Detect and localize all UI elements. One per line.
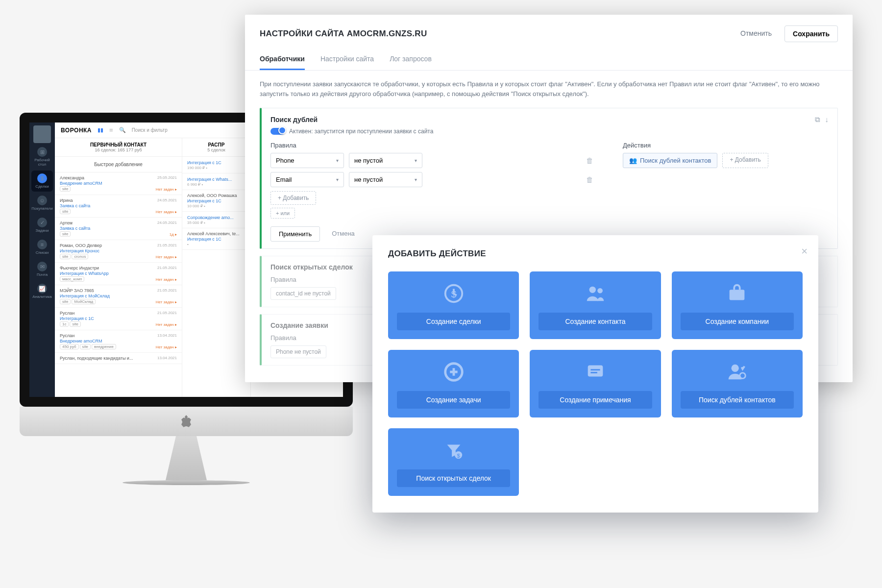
search-icon[interactable]: 🔍 [119,127,126,133]
avatar[interactable] [33,125,51,143]
rule-pill: contact_id не пустой [270,287,336,300]
tab-request-log[interactable]: Лог запросов [390,50,432,70]
svg-point-9 [732,365,739,372]
action-icon [442,361,465,383]
deal-card[interactable]: РусланВнедрение amoCRM450 рубsiteвнедрен… [55,330,182,353]
description: При поступлении заявки запускаются те об… [245,71,853,108]
deal-card[interactable]: АлександраВнедрение amoCRMsite25.05.2021… [55,172,182,195]
action-label: Создание контакта [539,313,652,330]
svg-point-2 [589,287,596,293]
close-icon[interactable]: × [801,246,808,257]
deal-card[interactable]: Руслан, подходящие кандидаты и...13.04.2… [55,353,182,364]
action-label: Поиск дублей контактов [681,391,794,409]
nav-mail[interactable]: ✉Почта [31,259,53,280]
deal-card[interactable]: Фьючерс ИндастриИнтеграция с WhatsAppмас… [55,263,182,285]
deal-card[interactable]: Интеграция с Whats...6 990 ₽ • [182,173,250,190]
svg-point-3 [597,288,603,294]
deal-card[interactable]: Алексей Алексеевич, te...Интеграция с 1С… [182,228,250,250]
apple-logo-icon [181,415,192,428]
rule-pill: Phone не пустой [270,345,326,358]
nav-lists[interactable]: ≡Списки [31,237,53,258]
action-card[interactable]: $Поиск открытых сделок [388,428,519,496]
modal-title: ДОБАВИТЬ ДЕЙСТВИЕ [388,249,803,259]
deal-card[interactable]: АртемЗаявка с сайтаsite24.05.20211д ▸ [55,218,182,240]
chevron-down-icon: ▾ [415,177,417,182]
deal-card[interactable]: Роман, ООО ДелверИнтеграция Кроносsitecr… [55,240,182,263]
add-action-modal: ДОБАВИТЬ ДЕЙСТВИЕ × $Создание сделкиСозд… [372,235,818,513]
action-label: Создание компании [681,313,794,330]
action-icon: $ [442,439,465,462]
deal-card[interactable]: Интеграция с 1С190 000 ₽ • [182,157,250,173]
deal-card[interactable]: РусланИнтеграция с 1С1csite21.05.2021Нет… [55,308,182,330]
svg-text:$: $ [457,453,460,459]
chevron-down-icon: ▾ [415,158,417,163]
trash-icon[interactable]: 🗑 [586,156,593,165]
view-kanban-icon[interactable]: ▮▮ [98,127,103,133]
active-toggle[interactable]: Активен: запустится при поступлении заяв… [270,128,829,135]
action-label: Поиск открытых сделок [397,469,510,487]
contacts-icon: 👥 [629,157,637,164]
action-card[interactable]: Поиск дублей контактов [672,350,803,417]
svg-text:$: $ [451,289,456,299]
tab-handlers[interactable]: Обработчики [260,50,305,70]
action-card[interactable]: Создание задачи [388,350,519,417]
apply-button[interactable]: Применить [270,226,320,242]
svg-rect-8 [590,372,597,373]
deal-card[interactable]: МЭЙР ЗАО 7865Интеграция с МойСкладsiteМо… [55,285,182,308]
page-title: НАСТРОЙКИ САЙТА AMOCRM.GNZS.RU [260,29,427,39]
rule-op-select[interactable]: не пустой▾ [349,153,422,168]
action-icon: $ [442,282,465,305]
nav-tasks[interactable]: ✓Задачи [31,215,53,236]
rule-field-select[interactable]: Email▾ [270,172,344,187]
cancel-button[interactable]: Отменить [734,25,779,42]
svg-point-10 [740,373,746,379]
pipeline-col-1: ПЕРВИЧНЫЙ КОНТАКТ 16 сделок: 165 177 руб… [55,138,182,397]
action-icon [726,282,748,305]
action-icon [726,361,748,383]
action-chip[interactable]: 👥Поиск дублей контактов [623,153,717,168]
tab-site-settings[interactable]: Настройки сайта [320,50,374,70]
handler-duplicates: Поиск дублей ⧉ ↓ Активен: запустится при… [260,108,838,249]
add-action-button[interactable]: + Добавить [722,153,768,168]
action-label: Создание примечания [539,391,652,409]
rule-field-select[interactable]: Phone▾ [270,153,344,168]
svg-rect-6 [588,366,603,377]
search-input[interactable]: Поиск и фильтр [132,127,168,133]
deal-card[interactable]: Алексей, ООО РомашкаИнтеграция с 1С10 00… [182,190,250,212]
action-card[interactable]: Создание компании [672,271,803,339]
add-rule-button[interactable]: + Добавить [270,191,316,205]
tabs: Обработчики Настройки сайта Лог запросов [245,50,853,71]
nav-analytics[interactable]: 📈Аналитика [31,281,53,302]
funnel-title: ВОРОНКА [61,127,92,134]
move-down-icon[interactable]: ↓ [825,115,829,124]
copy-icon[interactable]: ⧉ [815,115,820,124]
action-card[interactable]: $Создание сделки [388,271,519,339]
nav-deals[interactable]: $Сделки [31,171,53,192]
pipeline-col-2: РАСПР 5 сделок Интеграция с 1С190 000 ₽ … [182,138,251,397]
add-or-button[interactable]: + или [270,208,295,219]
chevron-down-icon: ▾ [336,158,339,163]
action-card[interactable]: Создание контакта [530,271,661,339]
action-label: Создание сделки [397,313,510,330]
action-label: Создание задачи [397,391,510,409]
action-card[interactable]: Создание примечания [530,350,661,417]
deal-card[interactable]: ИринаЗаявка с сайтаsite24.05.2021Нет зад… [55,195,182,218]
quick-add[interactable]: Быстрое добавление [55,157,182,172]
svg-rect-7 [590,369,600,370]
action-icon [584,282,607,305]
trash-icon[interactable]: 🗑 [586,175,593,184]
save-button[interactable]: Сохранить [784,25,838,42]
view-list-icon[interactable]: ≡ [109,126,113,134]
rule-op-select[interactable]: не пустой▾ [349,172,422,187]
nav-buyers[interactable]: ☺Покупатели [31,193,53,214]
crm-sidebar: ⊞Рабочий стол $Сделки ☺Покупатели ✓Задач… [29,122,55,397]
chevron-down-icon: ▾ [336,177,339,182]
action-icon [584,361,607,383]
cancel-rules-button[interactable]: Отмена [327,226,360,242]
deal-card[interactable]: Сопровождение amo...35 000 ₽ • [182,212,250,228]
svg-rect-4 [730,290,745,300]
nav-desktop[interactable]: ⊞Рабочий стол [31,144,53,170]
